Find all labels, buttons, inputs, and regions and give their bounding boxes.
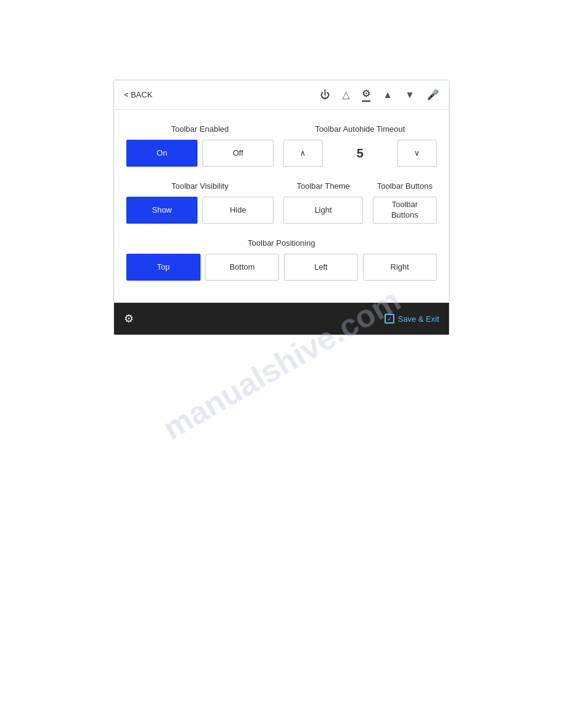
settings-icon[interactable]: ⚙ — [362, 88, 370, 102]
positioning-row: Toolbar Positioning Top Bottom Left Righ… — [126, 238, 437, 281]
toolbar-autohide-label: Toolbar Autohide Timeout — [283, 124, 437, 134]
toolbar-visibility-label: Toolbar Visibility — [126, 181, 274, 191]
toolbar-theme-section: Toolbar Theme Light — [283, 181, 363, 224]
hide-button[interactable]: Hide — [202, 197, 274, 224]
toolbar-buttons-label: Toolbar Buttons — [373, 181, 437, 191]
back-button[interactable]: < BACK — [124, 90, 153, 99]
toolbar-buttons-group: ToolbarButtons — [373, 197, 437, 224]
down-icon[interactable]: ▼ — [405, 89, 415, 100]
off-button[interactable]: Off — [202, 140, 274, 167]
toolbar-buttons-section: Toolbar Buttons ToolbarButtons — [373, 181, 437, 224]
vis-theme-buttons-row: Toolbar Visibility Show Hide Toolbar The… — [126, 181, 437, 224]
mic-icon[interactable]: 🎤 — [427, 89, 439, 100]
content-area: Toolbar Enabled On Off Toolbar Autohide … — [114, 110, 449, 303]
toolbar-autohide-section: Toolbar Autohide Timeout ∧ 5 ∨ — [283, 124, 437, 167]
top-button[interactable]: Top — [126, 254, 201, 281]
autohide-decrement-button[interactable]: ∨ — [397, 140, 437, 167]
bottom-button[interactable]: Bottom — [205, 254, 280, 281]
light-theme-button[interactable]: Light — [283, 197, 363, 224]
toolbar-visibility-section: Toolbar Visibility Show Hide — [126, 181, 274, 224]
toolbar-buttons-button[interactable]: ToolbarButtons — [373, 197, 437, 224]
theme-btn-group: Light — [283, 197, 363, 224]
save-exit-checkmark-icon: ✓ — [385, 314, 394, 324]
footer-bar: ⚙ ✓ Save & Exit — [114, 303, 449, 335]
toolbar-enabled-section: Toolbar Enabled On Off — [126, 124, 274, 167]
toolbar-enabled-label: Toolbar Enabled — [126, 124, 274, 134]
show-button[interactable]: Show — [126, 197, 197, 224]
toolbar-theme-label: Toolbar Theme — [283, 181, 363, 191]
right-button[interactable]: Right — [363, 254, 437, 281]
visibility-btn-group: Show Hide — [126, 197, 274, 224]
power-icon[interactable]: ⏻ — [320, 89, 330, 100]
autohide-controls: ∧ 5 ∨ — [283, 140, 437, 167]
top-nav: < BACK ⏻ △ ⚙ ▲ ▼ 🎤 — [114, 80, 449, 110]
on-button[interactable]: On — [126, 140, 197, 167]
autohide-value: 5 — [327, 146, 393, 161]
save-exit-button[interactable]: ✓ Save & Exit — [385, 314, 439, 324]
enabled-btn-group: On Off — [126, 140, 274, 167]
autohide-increment-button[interactable]: ∧ — [283, 140, 323, 167]
nav-icons: ⏻ △ ⚙ ▲ ▼ 🎤 — [320, 88, 439, 102]
footer-gear-icon[interactable]: ⚙ — [124, 312, 134, 325]
positioning-label: Toolbar Positioning — [126, 238, 437, 248]
home-icon[interactable]: △ — [342, 89, 350, 100]
positioning-btn-group: Top Bottom Left Right — [126, 254, 437, 281]
save-exit-label: Save & Exit — [398, 314, 439, 324]
up-icon[interactable]: ▲ — [383, 89, 393, 100]
settings-panel: < BACK ⏻ △ ⚙ ▲ ▼ 🎤 Toolbar Enabled On Of… — [113, 80, 450, 335]
left-button[interactable]: Left — [284, 254, 358, 281]
enabled-autohide-row: Toolbar Enabled On Off Toolbar Autohide … — [126, 124, 437, 167]
